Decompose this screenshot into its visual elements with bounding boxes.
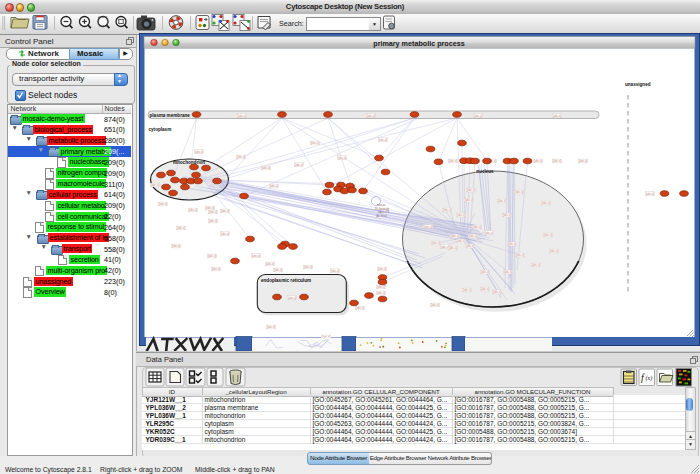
svg-text:[abc-x]: [abc-x] <box>208 254 216 258</box>
svg-text:[abc-x]: [abc-x] <box>465 198 473 202</box>
svg-text:[abc-x]: [abc-x] <box>379 138 387 142</box>
svg-text:[abc-x]: [abc-x] <box>498 199 506 203</box>
svg-text:[abc-x]: [abc-x] <box>515 190 523 194</box>
svg-text:[abc-x]: [abc-x] <box>311 141 319 145</box>
svg-text:[abc-x]: [abc-x] <box>457 239 465 243</box>
svg-text:[abc-x]: [abc-x] <box>304 265 312 269</box>
svg-text:[abc-x]: [abc-x] <box>544 233 552 237</box>
svg-text:[abc-x]: [abc-x] <box>377 285 385 289</box>
svg-text:[abc-x]: [abc-x] <box>473 225 481 229</box>
svg-text:[abc-x]: [abc-x] <box>516 253 524 257</box>
svg-text:[abc-x]: [abc-x] <box>532 263 540 267</box>
svg-text:[abc-x]: [abc-x] <box>189 208 197 212</box>
svg-text:[abc-x]: [abc-x] <box>443 208 451 212</box>
svg-text:[abc-x]: [abc-x] <box>270 184 278 188</box>
svg-text:mito-ac: mito-ac <box>377 203 386 207</box>
svg-text:[abc-x]: [abc-x] <box>485 231 493 235</box>
svg-text:endoplasmic reticulum: endoplasmic reticulum <box>261 278 311 283</box>
svg-text:[abc-x]: [abc-x] <box>212 267 220 271</box>
svg-text:plasma membrane: plasma membrane <box>150 113 191 118</box>
svg-text:[abc-x]: [abc-x] <box>338 156 346 160</box>
svg-text:mitochondrion: mitochondrion <box>173 160 205 165</box>
svg-text:[abc-x]: [abc-x] <box>206 206 214 210</box>
svg-text:[abc-x]: [abc-x] <box>209 210 217 214</box>
svg-text:[abc-x]: [abc-x] <box>367 114 375 118</box>
svg-text:[abc-x]: [abc-x] <box>579 159 587 163</box>
svg-text:[abc-x]: [abc-x] <box>331 269 339 273</box>
svg-text:[abc-x]: [abc-x] <box>209 219 217 223</box>
svg-text:[abc-x]: [abc-x] <box>553 114 561 118</box>
svg-text:[abc-x]: [abc-x] <box>267 325 275 329</box>
svg-text:[abc-x]: [abc-x] <box>172 244 180 248</box>
svg-text:[abc-x]: [abc-x] <box>238 114 246 118</box>
svg-text:[abc-x]: [abc-x] <box>274 268 282 272</box>
svg-text:primary metabolic process: primary metabolic process <box>373 39 464 48</box>
svg-text:[abc-x]: [abc-x] <box>378 267 386 271</box>
svg-text:[abc-x]: [abc-x] <box>463 288 471 292</box>
svg-text:[abc-x]: [abc-x] <box>504 270 512 274</box>
svg-text:[abc-x]: [abc-x] <box>195 150 203 154</box>
svg-text:[abc-x]: [abc-x] <box>553 159 561 163</box>
svg-text:[abc-x]: [abc-x] <box>356 306 364 310</box>
svg-text:[abc-x]: [abc-x] <box>266 262 274 266</box>
svg-text:[abc-x]: [abc-x] <box>295 163 303 167</box>
svg-text:[abc-x]: [abc-x] <box>457 213 465 217</box>
svg-text:[abc-x]: [abc-x] <box>542 201 550 205</box>
svg-text:[abc-x]: [abc-x] <box>534 159 542 163</box>
svg-text:[abc-x]: [abc-x] <box>467 188 475 192</box>
svg-text:[abc-x]: [abc-x] <box>469 234 477 238</box>
svg-text:[abc-x]: [abc-x] <box>493 290 501 294</box>
svg-text:[abc-x]: [abc-x] <box>237 155 245 159</box>
svg-text:[abc-x]: [abc-x] <box>451 234 459 238</box>
svg-text:[abc-x]: [abc-x] <box>221 209 229 213</box>
svg-text:[abc-x]: [abc-x] <box>221 232 229 236</box>
svg-text:[abc-x]: [abc-x] <box>288 296 296 300</box>
svg-text:[abc-x]: [abc-x] <box>508 242 516 246</box>
svg-text:[abc-x]: [abc-x] <box>481 270 489 274</box>
svg-text:[abc-x]: [abc-x] <box>151 183 159 187</box>
svg-text:[abc-x]: [abc-x] <box>503 213 511 217</box>
svg-text:[abc-x]: [abc-x] <box>177 226 185 230</box>
svg-text:unassigned: unassigned <box>625 82 651 87</box>
svg-text:[abc-x]: [abc-x] <box>262 166 270 170</box>
svg-text:[abc-x]: [abc-x] <box>252 254 260 258</box>
svg-text:[abc-x]: [abc-x] <box>449 159 457 163</box>
svg-text:[abc-x]: [abc-x] <box>550 249 558 253</box>
svg-text:[abc-x]: [abc-x] <box>474 114 482 118</box>
svg-text:cytoplasm: cytoplasm <box>149 127 172 132</box>
svg-text:[abc-x]: [abc-x] <box>424 225 432 229</box>
svg-text:[abc-x]: [abc-x] <box>646 192 654 196</box>
svg-text:[abc-x]: [abc-x] <box>431 303 439 307</box>
svg-text:[abc-x]: [abc-x] <box>159 202 167 206</box>
svg-text:[abc-x]: [abc-x] <box>466 244 474 248</box>
svg-text:[abc-x]: [abc-x] <box>481 287 489 291</box>
svg-text:(x): (x) <box>646 375 653 382</box>
svg-text:[abc-x]: [abc-x] <box>377 291 385 295</box>
svg-text:[abc-x]: [abc-x] <box>449 246 457 250</box>
svg-text:[abc-x]: [abc-x] <box>432 241 440 245</box>
